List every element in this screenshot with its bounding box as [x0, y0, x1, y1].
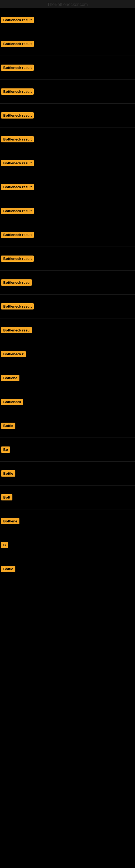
bottleneck-badge-3[interactable]: Bottleneck result: [1, 65, 34, 71]
bottleneck-badge-12[interactable]: Bottleneck resu: [1, 279, 32, 286]
result-row-11: Bottleneck result: [0, 247, 135, 271]
result-row-17: Bottleneck: [0, 390, 135, 414]
bottleneck-badge-13[interactable]: Bottleneck result: [1, 303, 34, 310]
bottleneck-badge-9[interactable]: Bottleneck result: [1, 208, 34, 214]
bottleneck-badge-21[interactable]: Bott: [1, 494, 12, 500]
bottleneck-badge-17[interactable]: Bottleneck: [1, 399, 23, 405]
bottleneck-badge-16[interactable]: Bottlene: [1, 375, 19, 381]
bottleneck-badge-2[interactable]: Bottleneck result: [1, 41, 34, 47]
bottleneck-badge-8[interactable]: Bottleneck result: [1, 184, 34, 190]
result-row-14: Bottleneck resu: [0, 318, 135, 342]
result-row-20: Bottle: [0, 462, 135, 486]
result-row-24: Bottle: [0, 557, 135, 581]
result-row-10: Bottleneck result: [0, 223, 135, 247]
bottleneck-badge-10[interactable]: Bottleneck result: [1, 231, 34, 238]
bottleneck-badge-20[interactable]: Bottle: [1, 470, 15, 476]
bottleneck-badge-7[interactable]: Bottleneck result: [1, 160, 34, 166]
bottleneck-badge-15[interactable]: Bottleneck r: [1, 351, 26, 357]
result-row-4: Bottleneck result: [0, 80, 135, 104]
result-row-3: Bottleneck result: [0, 56, 135, 80]
bottleneck-badge-4[interactable]: Bottleneck result: [1, 88, 34, 95]
result-row-2: Bottleneck result: [0, 32, 135, 56]
site-title: TheBottlenecker.com: [0, 0, 135, 8]
bottleneck-badge-18[interactable]: Bottle: [1, 423, 15, 429]
bottleneck-badge-1[interactable]: Bottleneck result: [1, 17, 34, 23]
result-row-13: Bottleneck result: [0, 294, 135, 318]
result-row-15: Bottleneck r: [0, 342, 135, 366]
bottleneck-badge-19[interactable]: Bo: [1, 446, 10, 453]
result-row-12: Bottleneck resu: [0, 271, 135, 294]
results-list: Bottleneck resultBottleneck resultBottle…: [0, 8, 135, 581]
result-row-16: Bottlene: [0, 366, 135, 390]
bottleneck-badge-6[interactable]: Bottleneck result: [1, 136, 34, 143]
bottleneck-badge-14[interactable]: Bottleneck resu: [1, 327, 32, 333]
result-row-21: Bott: [0, 486, 135, 509]
result-row-6: Bottleneck result: [0, 127, 135, 151]
bottleneck-badge-22[interactable]: Bottlene: [1, 518, 19, 524]
bottleneck-badge-23[interactable]: B: [1, 542, 8, 548]
result-row-22: Bottlene: [0, 509, 135, 533]
result-row-8: Bottleneck result: [0, 175, 135, 199]
result-row-9: Bottleneck result: [0, 199, 135, 223]
result-row-1: Bottleneck result: [0, 8, 135, 32]
result-row-23: B: [0, 533, 135, 557]
result-row-18: Bottle: [0, 414, 135, 438]
bottleneck-badge-11[interactable]: Bottleneck result: [1, 255, 34, 262]
bottleneck-badge-24[interactable]: Bottle: [1, 566, 15, 572]
site-header: TheBottlenecker.com: [0, 0, 135, 8]
result-row-7: Bottleneck result: [0, 151, 135, 175]
bottleneck-badge-5[interactable]: Bottleneck result: [1, 112, 34, 119]
result-row-5: Bottleneck result: [0, 104, 135, 127]
result-row-19: Bo: [0, 438, 135, 462]
